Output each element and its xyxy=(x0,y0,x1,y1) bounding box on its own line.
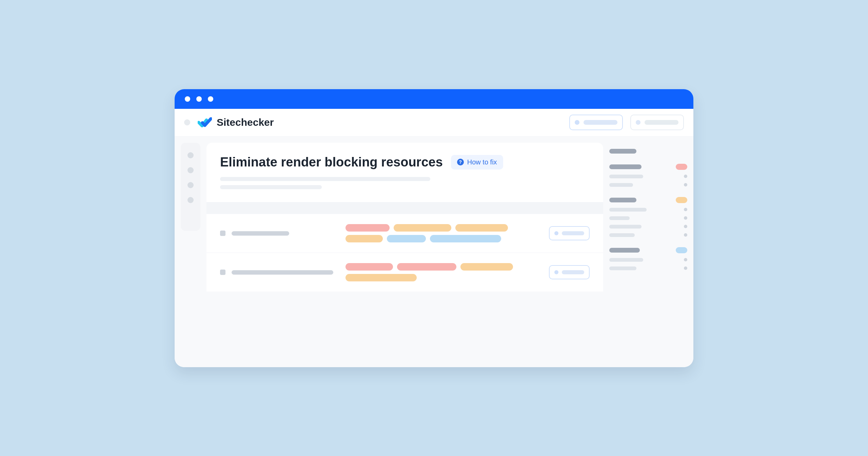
resource-row xyxy=(206,214,603,253)
placeholder-bar xyxy=(562,270,584,274)
tag xyxy=(460,263,513,271)
sidebar-group xyxy=(609,197,687,237)
bullet-icon xyxy=(220,270,225,275)
how-to-fix-button[interactable]: ? How to fix xyxy=(451,155,503,170)
row-action-button[interactable] xyxy=(549,226,590,240)
app-body: Eliminate render blocking resources ? Ho… xyxy=(175,137,693,367)
sidebar-group xyxy=(609,149,687,154)
sidebar-item[interactable] xyxy=(609,225,687,229)
section-divider xyxy=(206,202,603,214)
nav-item[interactable] xyxy=(188,182,194,188)
window-control-dot[interactable] xyxy=(185,96,190,102)
placeholder-bar xyxy=(232,231,289,236)
window-control-dot[interactable] xyxy=(208,96,213,102)
toolbar-menu-dot[interactable] xyxy=(184,119,190,125)
app-toolbar: Sitechecker xyxy=(175,109,693,137)
resource-row xyxy=(206,253,603,292)
sidebar-heading xyxy=(609,198,636,202)
tag xyxy=(346,263,393,271)
tag xyxy=(346,274,417,281)
sidebar-item[interactable] xyxy=(609,183,687,187)
app-name: Sitechecker xyxy=(217,117,274,128)
logo-check-icon xyxy=(198,117,212,127)
toolbar-action-primary[interactable] xyxy=(569,115,623,130)
placeholder-bar xyxy=(232,270,333,275)
sidebar-item[interactable] xyxy=(609,208,687,212)
nav-item[interactable] xyxy=(188,197,194,203)
resource-tags xyxy=(346,263,539,281)
toolbar-action-secondary[interactable] xyxy=(630,115,684,130)
how-to-fix-label: How to fix xyxy=(467,158,497,166)
placeholder-icon xyxy=(636,120,640,125)
sidebar-heading xyxy=(609,164,642,169)
placeholder-icon xyxy=(554,231,558,235)
nav-item[interactable] xyxy=(188,152,194,158)
sidebar-item[interactable] xyxy=(609,216,687,220)
sidebar-group xyxy=(609,247,687,270)
tag xyxy=(455,224,508,232)
issue-title: Eliminate render blocking resources xyxy=(220,155,443,170)
sidebar-item[interactable] xyxy=(609,266,687,270)
placeholder-bar xyxy=(584,120,617,125)
resource-label xyxy=(220,270,335,275)
sidebar-heading xyxy=(609,149,636,154)
help-icon: ? xyxy=(457,159,464,165)
placeholder-icon xyxy=(554,270,558,274)
tag xyxy=(387,235,426,242)
description-placeholder xyxy=(220,177,590,189)
tag xyxy=(430,235,501,242)
status-pill-orange xyxy=(676,197,687,203)
tag xyxy=(394,224,451,232)
window-control-dot[interactable] xyxy=(196,96,202,102)
main-content: Eliminate render blocking resources ? Ho… xyxy=(206,143,603,367)
app-window: Sitechecker Eliminate render blocking re… xyxy=(175,89,693,367)
tag xyxy=(397,263,456,271)
nav-item[interactable] xyxy=(188,167,194,173)
resource-tags xyxy=(346,224,539,242)
placeholder-bar xyxy=(645,120,678,125)
tag xyxy=(346,235,383,242)
status-pill-red xyxy=(676,164,687,170)
sidebar-item[interactable] xyxy=(609,258,687,262)
resource-label xyxy=(220,231,335,236)
bullet-icon xyxy=(220,231,225,236)
right-sidebar xyxy=(609,143,687,367)
placeholder-icon xyxy=(575,120,579,125)
sidebar-group xyxy=(609,164,687,187)
issue-card: Eliminate render blocking resources ? Ho… xyxy=(206,143,603,202)
app-logo[interactable]: Sitechecker xyxy=(198,117,274,128)
sidebar-heading xyxy=(609,248,640,253)
placeholder-bar xyxy=(562,231,584,235)
status-pill-blue xyxy=(676,247,687,253)
row-action-button[interactable] xyxy=(549,265,590,279)
left-nav-rail xyxy=(181,143,200,231)
sidebar-item[interactable] xyxy=(609,175,687,178)
sidebar-item[interactable] xyxy=(609,233,687,237)
tag xyxy=(346,224,390,232)
window-titlebar xyxy=(175,89,693,109)
